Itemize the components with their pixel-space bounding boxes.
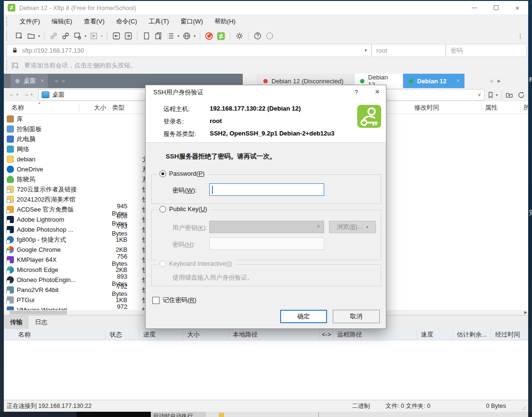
- cancel-button[interactable]: 取消: [333, 310, 380, 323]
- col-direction[interactable]: <->: [319, 329, 333, 340]
- menu-item[interactable]: 窗口(W): [175, 14, 209, 29]
- open-session-button[interactable]: [25, 30, 37, 42]
- username-input[interactable]: [372, 45, 445, 56]
- col-elapsed[interactable]: 经过时间: [491, 329, 528, 340]
- dialog-close-button[interactable]: ×: [368, 85, 386, 100]
- reconnect-button[interactable]: [59, 30, 71, 42]
- new-session-button[interactable]: [13, 30, 25, 42]
- xftp-button[interactable]: [215, 30, 227, 42]
- col-local-path[interactable]: 本地路径: [228, 329, 319, 340]
- window-icon: [142, 32, 151, 40]
- folder-up-icon[interactable]: [505, 91, 513, 99]
- maximize-button[interactable]: [485, 1, 507, 14]
- column-header-owner[interactable]: 所: [523, 101, 530, 114]
- minimize-button[interactable]: [464, 1, 485, 14]
- address-url-field[interactable]: sftp://192.168.177.130 ▾: [7, 44, 372, 57]
- file-name: 控制面板: [17, 125, 42, 134]
- back-button[interactable]: [110, 30, 122, 42]
- duplicate-icon: [154, 32, 163, 40]
- new-window-button[interactable]: [140, 30, 152, 42]
- tab-debian12-active[interactable]: Debian 12 ×: [403, 74, 464, 88]
- view-list-button[interactable]: [164, 30, 176, 42]
- tab-log[interactable]: 日志: [29, 316, 54, 329]
- menu-item[interactable]: 文件(F): [14, 14, 46, 29]
- menu-item[interactable]: 查看(V): [78, 14, 110, 29]
- public-key-radio[interactable]: [159, 206, 166, 213]
- menu-item[interactable]: 编辑(E): [46, 14, 78, 29]
- browse-button: 浏览(B)... ▾: [329, 221, 376, 233]
- encoding-button[interactable]: [181, 30, 192, 42]
- tab-desktop[interactable]: 桌面 ×: [11, 74, 48, 88]
- file-icon: [7, 306, 14, 310]
- address-dropdown-icon[interactable]: ▾: [364, 48, 367, 53]
- bookmark-caret[interactable]: ▾: [495, 93, 499, 97]
- file-name: 720云显示作者及链接: [17, 185, 77, 194]
- add-session-icon: [11, 61, 20, 70]
- resize-grip[interactable]: [522, 406, 527, 410]
- about-button[interactable]: [263, 30, 275, 42]
- bookmark-icon[interactable]: [487, 91, 495, 99]
- col-size[interactable]: 大小: [183, 329, 228, 340]
- scroll-right-icon[interactable]: ▶: [524, 310, 527, 315]
- col-progress[interactable]: 进度: [139, 329, 183, 340]
- remember-password-row[interactable]: 记住密码(R): [152, 296, 196, 304]
- menu-item[interactable]: 工具(T): [143, 14, 175, 29]
- column-header-modified[interactable]: 修改时间: [414, 101, 439, 114]
- refresh-icon[interactable]: [517, 91, 525, 99]
- keyboard-radio-label: Keyboard Interactive(I): [169, 260, 232, 267]
- session-properties-button[interactable]: [71, 30, 83, 42]
- ok-button[interactable]: 确定: [280, 310, 327, 323]
- tab-transfer[interactable]: 传输: [4, 316, 29, 329]
- password-radio-row[interactable]: Password(P): [157, 170, 207, 177]
- tab-close-icon[interactable]: ×: [41, 78, 44, 84]
- xshell-button[interactable]: [203, 30, 215, 42]
- duplicate-button[interactable]: [152, 30, 164, 42]
- path-combo-chevron-icon[interactable]: ∨: [477, 91, 481, 98]
- local-horizontal-scrollbar[interactable]: [4, 310, 145, 315]
- col-eta[interactable]: 估计剩余...: [453, 329, 491, 340]
- remote-tab-scroll-right-icon[interactable]: ▶: [495, 79, 503, 83]
- local-tab-scroll-right-icon[interactable]: ▶: [60, 79, 68, 83]
- remember-password-checkbox[interactable]: [152, 297, 159, 304]
- password-radio[interactable]: [159, 170, 166, 177]
- file-name: 网络: [17, 145, 29, 154]
- col-status[interactable]: 状态: [105, 329, 139, 340]
- toolbar-overflow-icon[interactable]: ⋮: [517, 33, 523, 40]
- tab-close-icon[interactable]: ×: [456, 78, 460, 84]
- col-name[interactable]: 名称: [4, 329, 105, 340]
- local-tab-scroll-left-icon[interactable]: ◀: [52, 79, 60, 83]
- public-key-radio-row[interactable]: Public Key(U): [157, 205, 210, 213]
- help-button[interactable]: [251, 30, 263, 42]
- toolbar-separator: [200, 32, 200, 40]
- close-button[interactable]: ×: [507, 1, 528, 14]
- settings-button[interactable]: [233, 30, 245, 42]
- back-history-caret[interactable]: ▾: [16, 92, 18, 97]
- forward-button[interactable]: [122, 30, 134, 42]
- forward-history-caret[interactable]: ▾: [31, 92, 33, 97]
- run-button[interactable]: [88, 30, 100, 42]
- menu-item[interactable]: 命令(C): [110, 14, 143, 29]
- view-list-caret[interactable]: ▾: [176, 34, 181, 38]
- column-divider[interactable]: [520, 103, 521, 112]
- password-input[interactable]: [446, 45, 526, 56]
- disconnect-button[interactable]: [47, 30, 59, 42]
- column-header-name[interactable]: 名称: [11, 101, 24, 114]
- status-bar: 正在连接到 192.168.177.130:22 二进制 文件: 0 文件夹: …: [4, 400, 528, 412]
- column-header-size[interactable]: 大小: [79, 101, 106, 114]
- scrollbar-thumb[interactable]: [10, 311, 67, 315]
- column-header-attributes[interactable]: 属性: [485, 101, 498, 114]
- column-divider[interactable]: [481, 103, 482, 112]
- encoding-caret[interactable]: ▾: [192, 34, 197, 38]
- dialog-password-input[interactable]: [209, 183, 324, 196]
- back-arrow-icon[interactable]: ←: [9, 90, 15, 98]
- dialog-help-button[interactable]: ?: [349, 85, 363, 100]
- remote-tab-scroll-left-icon[interactable]: ◀: [487, 79, 495, 83]
- col-remote-path[interactable]: 远程路径: [333, 329, 417, 340]
- forward-arrow-icon[interactable]: →: [23, 90, 29, 98]
- open-session-caret[interactable]: ▾: [37, 34, 41, 38]
- session-properties-caret[interactable]: ▾: [83, 34, 88, 38]
- column-divider[interactable]: [108, 103, 108, 112]
- menu-item[interactable]: 帮助(H): [209, 14, 241, 29]
- col-speed[interactable]: 速度: [417, 329, 453, 340]
- column-header-type[interactable]: 类型: [112, 101, 125, 114]
